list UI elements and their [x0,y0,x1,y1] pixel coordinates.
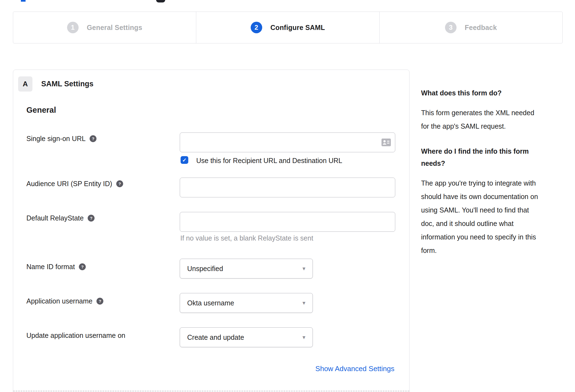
step-configure-saml[interactable]: 2 Configure SAML [196,12,379,43]
application-username-select[interactable]: Okta username ▾ [180,293,313,313]
contact-card-icon[interactable] [382,139,391,146]
sidebar-body-what: This form generates the XML needed for t… [421,106,560,133]
update-username-label-text: Update application username on [26,332,125,339]
chevron-down-icon: ▾ [302,300,305,306]
sidebar-heading-what: What does this form do? [421,87,560,99]
help-icon[interactable]: ? [116,180,123,187]
step-2-circle: 2 [251,22,262,33]
name-id-format-label-text: Name ID format [26,263,75,271]
show-advanced-settings-link[interactable]: Show Advanced Settings [315,365,394,373]
help-sidebar: What does this form do? This form genera… [421,87,560,269]
saml-settings-panel: A SAML Settings General Single sign-on U… [13,70,410,392]
use-this-checkbox-label: Use this for Recipient URL and Destinati… [196,157,342,165]
wizard-stepper: 1 General Settings 2 Configure SAML 3 Fe… [13,12,563,43]
audience-uri-label-text: Audience URI (SP Entity ID) [26,180,112,188]
top-blue-logo-fragment [21,0,26,2]
use-this-checkbox[interactable]: ✓ [181,156,188,164]
update-username-select[interactable]: Create and update ▾ [180,327,313,347]
relay-state-label-text: Default RelayState [26,214,84,222]
sso-url-input[interactable] [180,132,395,152]
sso-url-label: Single sign-on URL ? [26,135,96,143]
help-icon[interactable]: ? [79,263,86,270]
audience-uri-label: Audience URI (SP Entity ID) ? [26,180,123,188]
general-heading: General [26,106,56,115]
audience-uri-input[interactable] [180,178,395,197]
step-1-circle: 1 [67,22,79,33]
step-3-circle: 3 [445,22,457,33]
name-id-format-select[interactable]: Unspecified ▾ [180,259,313,278]
help-icon[interactable]: ? [88,215,95,222]
relay-state-input[interactable] [180,212,395,232]
sidebar-body-where: The app you're trying to integrate with … [421,176,560,257]
sidebar-heading-where: Where do I find the info this form needs… [421,145,560,169]
help-icon[interactable]: ? [96,298,103,305]
chevron-down-icon: ▾ [302,265,305,272]
application-username-label: Application username ? [26,297,103,305]
application-username-label-text: Application username [26,297,92,305]
update-username-value: Create and update [187,333,244,341]
sso-url-label-text: Single sign-on URL [26,135,85,143]
relay-state-label: Default RelayState ? [26,214,95,222]
section-badge-a: A [18,76,32,92]
step-3-label: Feedback [465,24,497,32]
step-general-settings[interactable]: 1 General Settings [13,12,196,43]
step-1-label: General Settings [87,24,142,32]
dashed-divider [13,391,409,391]
name-id-format-label: Name ID format ? [26,263,86,271]
name-id-format-value: Unspecified [187,265,223,273]
top-dark-button-fragment [156,0,165,2]
panel-header: A SAML Settings [18,76,93,92]
relay-state-helper-text: If no value is set, a blank RelayState i… [180,234,313,242]
step-feedback[interactable]: 3 Feedback [380,12,562,43]
update-username-label: Update application username on [26,332,125,339]
step-2-label: Configure SAML [270,24,325,32]
chevron-down-icon: ▾ [302,334,305,341]
application-username-value: Okta username [187,299,234,307]
help-icon[interactable]: ? [90,135,96,142]
saml-settings-title: SAML Settings [41,80,93,88]
